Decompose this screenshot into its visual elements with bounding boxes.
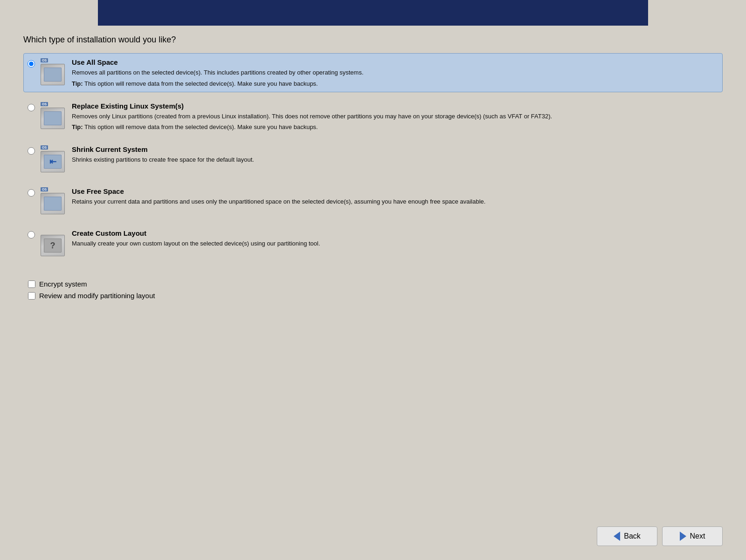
- checkboxes-section: Encrypt system Review and modify partiti…: [23, 280, 723, 300]
- encrypt-system-checkbox[interactable]: [28, 280, 35, 288]
- option-tip-replace-linux: Tip: This option will remove data from t…: [72, 123, 718, 130]
- option-create-custom[interactable]: ? Create Custom Layout Manually create y…: [23, 224, 723, 261]
- option-title-custom: Create Custom Layout: [72, 229, 718, 237]
- option-desc-use-all-space: Removes all partitions on the selected d…: [72, 68, 718, 77]
- next-arrow-icon: [680, 532, 686, 541]
- icon-shrink-current: OS ⇤: [41, 145, 66, 172]
- review-partitioning-label: Review and modify partitioning layout: [39, 292, 155, 300]
- radio-replace-linux[interactable]: [28, 104, 35, 113]
- back-button[interactable]: Back: [597, 526, 657, 546]
- icon-use-all-space: OS: [41, 58, 66, 85]
- next-label: Next: [690, 532, 705, 540]
- option-desc-free-space: Retains your current data and partitions…: [72, 197, 718, 206]
- option-use-free-space[interactable]: OS Use Free Space Retains your current d…: [23, 182, 723, 219]
- option-desc-custom: Manually create your own custom layout o…: [72, 239, 718, 248]
- back-label: Back: [624, 532, 641, 540]
- icon-replace-linux: OS: [41, 102, 66, 129]
- header-bar: [98, 0, 648, 26]
- review-partitioning-row[interactable]: Review and modify partitioning layout: [28, 292, 723, 300]
- radio-use-free-space[interactable]: [28, 189, 35, 198]
- encrypt-system-row[interactable]: Encrypt system: [28, 280, 723, 288]
- option-tip-use-all-space: Tip: This option will remove data from t…: [72, 80, 718, 87]
- bottom-buttons: Back Next: [597, 526, 723, 546]
- next-button[interactable]: Next: [662, 526, 723, 546]
- option-desc-shrink: Shrinks existing partitions to create fr…: [72, 155, 718, 164]
- option-use-all-space[interactable]: OS Use All Space Removes all partitions …: [23, 53, 723, 92]
- option-shrink-current[interactable]: OS ⇤ Shrink Current System Shrinks exist…: [23, 140, 723, 178]
- radio-create-custom[interactable]: [28, 231, 35, 240]
- option-desc-replace-linux: Removes only Linux partitions (created f…: [72, 112, 718, 121]
- option-replace-linux[interactable]: OS Replace Existing Linux System(s) Remo…: [23, 97, 723, 136]
- icon-create-custom: ?: [41, 229, 66, 256]
- icon-use-free-space: OS: [41, 187, 66, 214]
- option-title-use-all-space: Use All Space: [72, 58, 718, 66]
- option-title-replace-linux: Replace Existing Linux System(s): [72, 102, 718, 110]
- option-list: OS Use All Space Removes all partitions …: [23, 53, 723, 261]
- page-question: Which type of installation would you lik…: [23, 35, 723, 45]
- radio-shrink-current[interactable]: [28, 147, 35, 156]
- option-title-shrink: Shrink Current System: [72, 145, 718, 153]
- encrypt-system-label: Encrypt system: [39, 280, 87, 288]
- radio-use-all-space[interactable]: [28, 60, 35, 69]
- option-title-free-space: Use Free Space: [72, 187, 718, 195]
- review-partitioning-checkbox[interactable]: [28, 292, 35, 300]
- back-arrow-icon: [614, 532, 620, 541]
